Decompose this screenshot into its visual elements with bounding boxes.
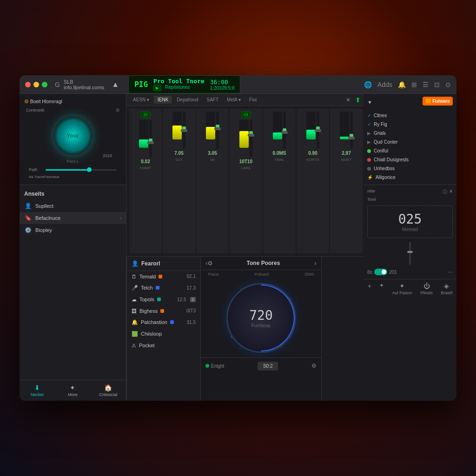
toggle-switch[interactable] bbox=[374, 269, 387, 275]
close-icon[interactable]: ✕ bbox=[449, 189, 453, 195]
channel-3: 3.05 IAl bbox=[196, 109, 229, 253]
ch5-meter-fill bbox=[273, 132, 282, 139]
knob-header-label: ⚙ Boeit Hlomrragl bbox=[24, 99, 121, 105]
feature-header-label: Fearorl bbox=[141, 260, 160, 267]
slider-track[interactable] bbox=[46, 169, 117, 171]
right-fader-handle[interactable] bbox=[407, 251, 413, 253]
mixer-add-icon[interactable]: ⬆ bbox=[355, 96, 361, 104]
mixer-tab-aesn[interactable]: AESN ▾ bbox=[129, 96, 153, 104]
tone-config-icon[interactable]: ⚙ bbox=[311, 363, 317, 369]
ch6-fader[interactable] bbox=[317, 112, 319, 149]
ch3-fader-handle[interactable] bbox=[214, 127, 221, 130]
right-item-cltnes[interactable]: ✓ Cltnes bbox=[367, 111, 453, 120]
assets-header: Anseits bbox=[20, 189, 126, 200]
grid-icon[interactable]: ⊞ bbox=[411, 81, 417, 88]
item-label: Grials bbox=[374, 131, 386, 136]
aul-pasion-button[interactable]: ✦ Aul Pasion bbox=[392, 282, 412, 295]
close-button[interactable] bbox=[25, 82, 31, 87]
fullscreen-button[interactable] bbox=[42, 82, 47, 87]
right-item-qud[interactable]: ▶ Qud Conter bbox=[367, 138, 453, 146]
right-item-conlful[interactable]: Conlful bbox=[367, 146, 453, 155]
brand-label: SLB bbox=[64, 79, 104, 85]
right-section-title: ▼ bbox=[367, 99, 372, 105]
topols-icon: ☁ bbox=[132, 297, 137, 303]
right-item-grials[interactable]: ▶ Grials bbox=[367, 129, 453, 138]
tone-title: Tone Poores bbox=[212, 260, 315, 266]
sidebar-item-befaclnuce[interactable]: 🔖 Befaclnuce › bbox=[20, 212, 126, 224]
mixer-tab-ienk[interactable]: IENK bbox=[154, 96, 172, 104]
ch2-fader-handle[interactable] bbox=[181, 129, 187, 132]
pliosts-button[interactable]: ⏻ Pliosts bbox=[420, 282, 433, 295]
tone-header: ‹ ⊙ Tone Poores › bbox=[201, 257, 321, 270]
big-knob[interactable]: 720 Fumbeas bbox=[226, 283, 296, 353]
ch5-fader[interactable] bbox=[283, 112, 286, 149]
mixer-tab-saft[interactable]: SAFT bbox=[203, 96, 223, 104]
feature-bighess[interactable]: 🖼 Bighess 0IT3 bbox=[127, 305, 200, 317]
list-icon[interactable]: ☰ bbox=[423, 81, 429, 88]
braiell-icon: ◈ bbox=[444, 282, 449, 290]
header-item-fuiware[interactable]: 🟧 Fuiware bbox=[423, 97, 453, 106]
right-item-chiall[interactable]: Chiall Dusigrests bbox=[367, 155, 453, 164]
right-item-unhedbss[interactable]: Unhedbss bbox=[367, 164, 453, 173]
feature-temald[interactable]: 🗒 Temald 02.1 bbox=[127, 271, 200, 282]
sidebar-item-supllect[interactable]: 👤 Supllect bbox=[20, 200, 126, 212]
braiell-button[interactable]: ◈ Braiell bbox=[441, 282, 452, 295]
url-label: info.llpetinal.coms bbox=[64, 85, 104, 90]
ch4-fader[interactable] bbox=[250, 120, 252, 157]
copy-icon[interactable]: ⊡ bbox=[434, 81, 440, 88]
label-poloard: Poloard bbox=[254, 272, 269, 277]
ch1-fader-handle[interactable] bbox=[147, 141, 154, 144]
ch6-fader-handle[interactable] bbox=[315, 129, 321, 132]
feature-palchastion[interactable]: 🔔 Palchastion 31.5 bbox=[127, 317, 200, 328]
main-knob[interactable]: Your bbox=[52, 115, 94, 157]
feature-topols[interactable]: ☁ Topols 12.5 2 bbox=[127, 294, 200, 305]
info-icon[interactable]: ⓘ bbox=[443, 189, 447, 195]
tone-value-button[interactable]: S0:2 bbox=[258, 362, 278, 370]
add-icon-btn[interactable]: + bbox=[368, 282, 371, 295]
knob-center: 720 Fumbeas bbox=[249, 308, 273, 328]
ch2-fader[interactable] bbox=[183, 112, 185, 149]
sidebar-item-biopley[interactable]: ⚙️ Biopley bbox=[20, 224, 126, 236]
item-label: Unhedbss bbox=[374, 166, 395, 171]
ch5-fader-handle[interactable] bbox=[281, 131, 288, 134]
right-fader[interactable] bbox=[409, 242, 411, 265]
mixer-settings-icon[interactable]: ✕ bbox=[346, 97, 350, 103]
topols-dot bbox=[157, 298, 161, 301]
ch3-meter bbox=[206, 112, 215, 139]
right-item-ryfig[interactable]: ✓ Ry Fig bbox=[367, 120, 453, 129]
right-value-label: Meread bbox=[373, 227, 447, 232]
mixer-header: AESN ▾ IENK Depahood SAFT MelA ▾ Fioi ✕ … bbox=[126, 94, 364, 106]
feature-chiisloop[interactable]: 🟩 Chiisloop bbox=[127, 328, 200, 340]
ch3-fader[interactable] bbox=[216, 112, 219, 149]
tab-more[interactable]: ✦ More bbox=[55, 380, 90, 401]
settings-icon[interactable]: ⊙ bbox=[445, 81, 451, 88]
globe-icon[interactable]: 🌐 bbox=[364, 81, 372, 88]
palette-icon-btn[interactable]: ✦ bbox=[379, 282, 384, 295]
app-title: Pro Tool Tnore bbox=[153, 78, 205, 85]
titlebar-left: G SLB info.llpetinal.coms bbox=[55, 79, 104, 90]
ch3-fader-area bbox=[206, 112, 219, 149]
braiell-label: Braiell bbox=[441, 291, 452, 295]
sidebar-item-label: Biopley bbox=[35, 227, 52, 233]
slider-thumb[interactable] bbox=[87, 167, 92, 172]
mixer-tab-depahood[interactable]: Depahood bbox=[173, 96, 202, 104]
bell-icon[interactable]: 🔔 bbox=[398, 81, 406, 88]
ch1-fader[interactable] bbox=[149, 120, 152, 157]
mixer-tab-fioi[interactable]: Fioi bbox=[245, 96, 260, 104]
tab-cntisocial[interactable]: 🏠 Cntisocial bbox=[91, 380, 126, 401]
ch7-fader-handle[interactable] bbox=[348, 137, 355, 139]
right-more-icon[interactable]: ··· bbox=[448, 269, 453, 275]
feature-telch[interactable]: 🎤 Telch 17.3 bbox=[127, 282, 200, 294]
controller-icon[interactable]: ⊙ bbox=[116, 107, 119, 112]
right-item-alligonice[interactable]: ⚡ Alligonice bbox=[367, 173, 453, 182]
ch7-fader[interactable] bbox=[350, 112, 353, 149]
necker-icon: ⬇ bbox=[21, 384, 53, 391]
tone-next-button[interactable]: › bbox=[314, 259, 317, 267]
mixer-tab-mela[interactable]: MelA ▾ bbox=[223, 96, 245, 104]
ch7-meter-fill bbox=[340, 137, 349, 139]
feature-pocket[interactable]: ⚠ Pocket bbox=[127, 340, 200, 351]
tab-necker[interactable]: ⬇ Necker bbox=[20, 380, 55, 401]
adds-label[interactable]: Adds bbox=[377, 81, 392, 88]
minimize-button[interactable] bbox=[33, 82, 39, 87]
ch4-fader-handle[interactable] bbox=[248, 134, 254, 137]
